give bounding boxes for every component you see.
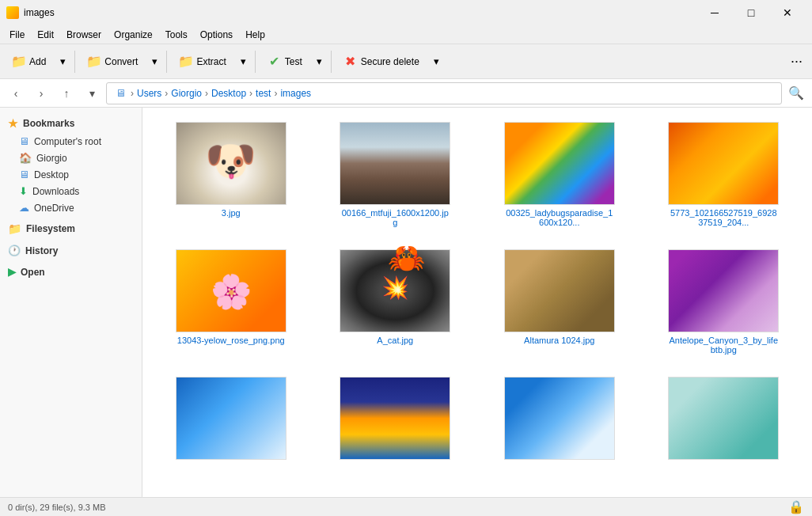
more-options-button[interactable]: ··· (786, 50, 807, 73)
breadcrumb-giorgio[interactable]: Giorgio (171, 88, 202, 99)
menubar: File Edit Browser Organize Tools Options… (0, 25, 812, 44)
file-item[interactable]: 5773_102166527519_692837519_204... (645, 117, 803, 232)
file-thumbnail (668, 122, 779, 205)
desktop-icon: 🖥 (19, 169, 29, 180)
breadcrumb: 🖥 › Users › Giorgio › Desktop › test › i… (106, 82, 782, 104)
menu-options[interactable]: Options (194, 28, 239, 42)
secure-delete-button[interactable]: ✖ Secure delete (336, 48, 427, 75)
add-label: Add (29, 56, 46, 67)
star-icon: ★ (8, 117, 18, 130)
extract-button[interactable]: 📁 Extract (172, 48, 233, 75)
test-check-icon: ✔ (268, 55, 282, 69)
file-name: Altamura 1024.jpg (524, 336, 594, 345)
file-item[interactable] (645, 372, 803, 468)
file-name: 3.jpg (222, 208, 241, 218)
filesystem-label: Filesystem (26, 223, 75, 234)
computer-icon: 🖥 (19, 135, 29, 147)
secure-delete-x-icon: ✖ (343, 55, 358, 69)
titlebar-controls: ─ □ ✕ (696, 0, 806, 25)
sep-1 (74, 51, 75, 73)
file-grid: 3.jpg 00166_mtfuji_1600x1200.jpg 00325_l… (152, 117, 803, 468)
test-button[interactable]: ✔ Test (260, 48, 309, 75)
sidebar-header-bookmarks[interactable]: ★ Bookmarks (0, 114, 142, 133)
back-button[interactable]: ‹ (5, 82, 27, 104)
file-item[interactable]: 00166_mtfuji_1600x1200.jpg (317, 117, 475, 232)
filesystem-section: 📁 Filesystem (0, 219, 142, 238)
open-icon: ▶ (8, 266, 16, 278)
menu-file[interactable]: File (3, 28, 31, 42)
breadcrumb-users[interactable]: Users (137, 88, 161, 99)
file-thumbnail (176, 377, 286, 460)
main-area: ★ Bookmarks 🖥 Computer's root 🏠 Giorgio … (0, 108, 812, 497)
secure-delete-dropdown[interactable]: ▾ (430, 48, 443, 75)
menu-help[interactable]: Help (239, 28, 271, 42)
menu-organize[interactable]: Organize (108, 28, 159, 42)
sidebar-header-filesystem[interactable]: 📁 Filesystem (0, 219, 142, 238)
menu-tools[interactable]: Tools (159, 28, 194, 42)
menu-browser[interactable]: Browser (60, 28, 108, 42)
cloud-icon: ☁ (19, 202, 29, 214)
convert-label: Convert (104, 56, 138, 67)
menu-edit[interactable]: Edit (31, 28, 60, 42)
file-item[interactable]: 🌸 13043-yelow_rose_png.png (152, 245, 310, 359)
add-button[interactable]: 📁 Add (5, 48, 53, 75)
file-name: Antelope_Canyon_3_by_lifebtb.jpg (668, 336, 779, 355)
convert-button[interactable]: 📁 Convert (80, 48, 145, 75)
sidebar-header-history[interactable]: 🕐 History (0, 241, 142, 260)
statusbar: 0 dir(s), 29 file(s), 9.3 MB 🔒 (0, 497, 812, 516)
open-label: Open (21, 267, 45, 278)
extract-dropdown[interactable]: ▾ (237, 48, 250, 75)
desktop-label: Desktop (34, 169, 69, 180)
add-dropdown[interactable]: ▾ (56, 48, 70, 75)
file-thumbnail (340, 377, 450, 460)
breadcrumb-test[interactable]: test (256, 88, 271, 99)
minimize-button[interactable]: ─ (696, 0, 733, 25)
maximize-button[interactable]: □ (733, 0, 769, 25)
file-thumbnail (668, 377, 779, 460)
breadcrumb-images[interactable]: images (280, 88, 311, 99)
breadcrumb-desktop[interactable]: Desktop (211, 88, 246, 99)
sidebar-item-downloads[interactable]: ⬇ Downloads (0, 183, 142, 199)
bookmarks-section: ★ Bookmarks 🖥 Computer's root 🏠 Giorgio … (0, 114, 142, 216)
sep-3 (255, 51, 256, 73)
sidebar-item-onedrive[interactable]: ☁ OneDrive (0, 199, 142, 216)
titlebar-left: images (6, 6, 55, 19)
file-item[interactable]: 00325_ladybugsparadise_1600x120... (480, 117, 639, 232)
downloads-label: Downloads (32, 186, 79, 197)
file-name: A_cat.jpg (377, 336, 413, 345)
file-content: 3.jpg 00166_mtfuji_1600x1200.jpg 00325_l… (142, 108, 812, 497)
file-thumbnail (504, 377, 615, 460)
sep-4 (331, 51, 332, 73)
sidebar-item-giorgio[interactable]: 🏠 Giorgio (0, 150, 142, 166)
test-dropdown[interactable]: ▾ (313, 48, 326, 75)
file-item[interactable]: 🦀 Altamura 1024.jpg (480, 245, 639, 359)
file-item[interactable] (317, 372, 475, 468)
file-item[interactable] (480, 372, 639, 468)
file-thumbnail (504, 122, 615, 205)
dropdown-button[interactable]: ▾ (81, 82, 103, 104)
sidebar: ★ Bookmarks 🖥 Computer's root 🏠 Giorgio … (0, 108, 142, 497)
sidebar-header-open[interactable]: ▶ Open (0, 263, 142, 281)
search-button[interactable]: 🔍 (785, 82, 807, 104)
file-thumbnail (176, 122, 286, 205)
home-icon: 🏠 (19, 152, 32, 164)
add-folder-icon: 📁 (12, 55, 26, 69)
file-item[interactable]: Antelope_Canyon_3_by_lifebtb.jpg (645, 245, 803, 359)
giorgio-label: Giorgio (36, 153, 67, 164)
download-icon: ⬇ (19, 185, 28, 197)
titlebar: images ─ □ ✕ (0, 0, 812, 25)
app-icon (6, 6, 19, 19)
up-button[interactable]: ↑ (55, 82, 78, 104)
sidebar-item-computers-root[interactable]: 🖥 Computer's root (0, 133, 142, 150)
history-section: 🕐 History (0, 241, 142, 260)
test-label: Test (285, 56, 302, 67)
file-item[interactable]: 3.jpg (152, 117, 310, 232)
close-button[interactable]: ✕ (769, 0, 806, 25)
file-thumbnail: 🦀 (504, 249, 615, 332)
sidebar-item-desktop[interactable]: 🖥 Desktop (0, 166, 142, 183)
extract-folder-icon: 📁 (179, 55, 193, 69)
file-item[interactable] (152, 372, 310, 468)
forward-button[interactable]: › (30, 82, 52, 104)
filesystem-folder-icon: 📁 (8, 222, 21, 235)
convert-dropdown[interactable]: ▾ (148, 48, 161, 75)
